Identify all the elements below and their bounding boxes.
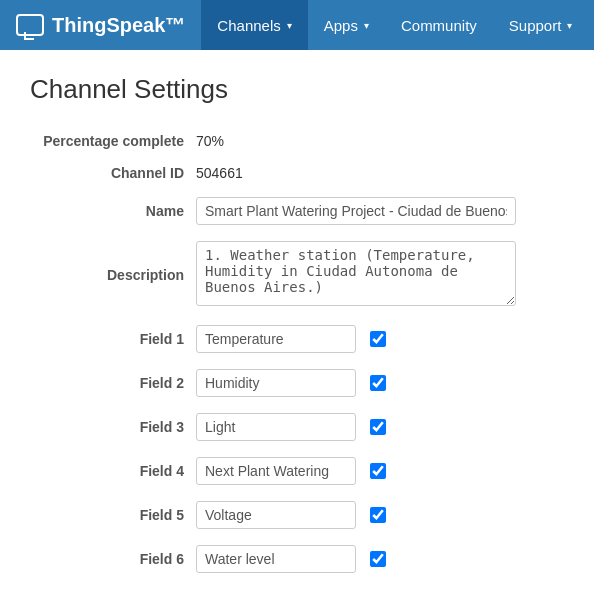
field-checkbox-2[interactable] — [370, 375, 386, 391]
nav-channels-label: Channels — [217, 17, 280, 34]
nav-item-channels[interactable]: Channels ▾ — [201, 0, 307, 50]
field-input-5[interactable] — [196, 501, 356, 529]
field-label-3: Field 3 — [30, 405, 190, 449]
navbar: ThingSpeak™ Channels ▾ Apps ▾ Community … — [0, 0, 594, 50]
percentage-value: 70% — [190, 125, 564, 157]
field-input-3[interactable] — [196, 413, 356, 441]
nav-item-apps[interactable]: Apps ▾ — [308, 0, 385, 50]
description-input[interactable] — [196, 241, 516, 306]
percentage-row: Percentage complete 70% — [30, 125, 564, 157]
name-label: Name — [30, 189, 190, 233]
field-input-4[interactable] — [196, 457, 356, 485]
main-content: Channel Settings Percentage complete 70%… — [0, 50, 594, 593]
field-row: Field 6 — [30, 537, 564, 581]
field-label-6: Field 6 — [30, 537, 190, 581]
field-input-6[interactable] — [196, 545, 356, 573]
field-row: Field 1 — [30, 317, 564, 361]
nav-support-label: Support — [509, 17, 562, 34]
field-label-1: Field 1 — [30, 317, 190, 361]
channel-id-label: Channel ID — [30, 157, 190, 189]
field-input-1[interactable] — [196, 325, 356, 353]
field-checkbox-6[interactable] — [370, 551, 386, 567]
name-input[interactable] — [196, 197, 516, 225]
field-label-2: Field 2 — [30, 361, 190, 405]
channels-caret-icon: ▾ — [287, 20, 292, 31]
field-row: Field 5 — [30, 493, 564, 537]
description-row: Description — [30, 233, 564, 317]
apps-caret-icon: ▾ — [364, 20, 369, 31]
brand-icon — [16, 14, 44, 36]
nav-apps-label: Apps — [324, 17, 358, 34]
percentage-label: Percentage complete — [30, 125, 190, 157]
field-checkbox-4[interactable] — [370, 463, 386, 479]
field-label-4: Field 4 — [30, 449, 190, 493]
nav-item-community[interactable]: Community — [385, 0, 493, 50]
nav-community-label: Community — [401, 17, 477, 34]
field-checkbox-3[interactable] — [370, 419, 386, 435]
support-caret-icon: ▾ — [567, 20, 572, 31]
field-row: Field 3 — [30, 405, 564, 449]
field-label-5: Field 5 — [30, 493, 190, 537]
brand-label: ThingSpeak™ — [52, 14, 185, 37]
field-input-2[interactable] — [196, 369, 356, 397]
field-row: Field 2 — [30, 361, 564, 405]
field-checkbox-1[interactable] — [370, 331, 386, 347]
settings-form: Percentage complete 70% Channel ID 50466… — [30, 125, 564, 581]
description-label: Description — [30, 233, 190, 317]
nav-item-support[interactable]: Support ▾ — [493, 0, 589, 50]
channel-id-row: Channel ID 504661 — [30, 157, 564, 189]
nav-brand: ThingSpeak™ — [0, 0, 201, 50]
name-row: Name — [30, 189, 564, 233]
field-row: Field 4 — [30, 449, 564, 493]
channel-id-value: 504661 — [190, 157, 564, 189]
field-checkbox-5[interactable] — [370, 507, 386, 523]
page-title: Channel Settings — [30, 74, 564, 105]
